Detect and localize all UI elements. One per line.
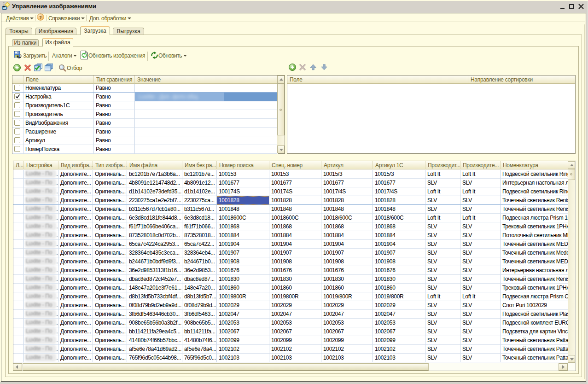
svg-text:?: ? [39,15,42,20]
